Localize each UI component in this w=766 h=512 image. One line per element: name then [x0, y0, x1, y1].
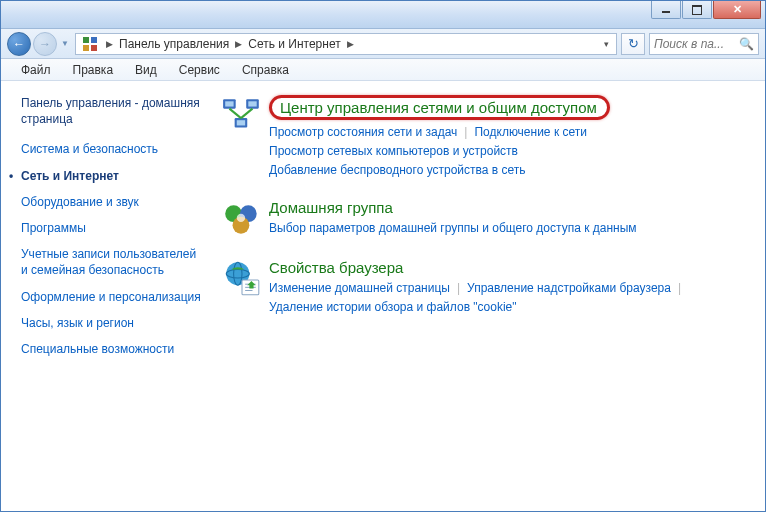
network-sharing-icon	[221, 95, 263, 137]
category-body: Центр управления сетями и общим доступом…	[269, 95, 751, 181]
link-view-status[interactable]: Просмотр состояния сети и задач	[269, 125, 457, 139]
menu-view[interactable]: Вид	[125, 61, 167, 79]
breadcrumb-current[interactable]: Сеть и Интернет	[246, 37, 342, 51]
nav-arrows: ← → ▼	[7, 32, 71, 56]
svg-rect-3	[91, 45, 97, 51]
homegroup-icon	[221, 199, 263, 241]
refresh-icon: ↻	[628, 36, 639, 51]
link-view-devices[interactable]: Просмотр сетевых компьютеров и устройств	[269, 144, 518, 158]
svg-rect-1	[91, 37, 97, 43]
sidebar-item-programs[interactable]: Программы	[21, 220, 205, 236]
body: Панель управления - домашняя страница Си…	[1, 81, 765, 511]
control-panel-icon	[82, 36, 98, 52]
sidebar-item-system[interactable]: Система и безопасность	[21, 141, 205, 157]
sublinks: Изменение домашней страницы|Управление н…	[269, 279, 751, 317]
sublinks: Выбор параметров домашней группы и общег…	[269, 219, 751, 238]
sidebar-item-ease[interactable]: Специальные возможности	[21, 341, 205, 357]
svg-rect-2	[83, 45, 89, 51]
address-bar-row: ← → ▼ ▶ Панель управления ▶ Сеть и Интер…	[1, 29, 765, 59]
window: ← → ▼ ▶ Панель управления ▶ Сеть и Интер…	[0, 0, 766, 512]
menubar: Файл Правка Вид Сервис Справка	[1, 59, 765, 81]
refresh-button[interactable]: ↻	[621, 33, 645, 55]
highlight-annotation: Центр управления сетями и общим доступом	[269, 95, 610, 120]
menu-file[interactable]: Файл	[11, 61, 61, 79]
link-delete-history[interactable]: Удаление истории обзора и файлов "cookie…	[269, 300, 517, 314]
back-arrow-icon: ←	[13, 37, 25, 51]
chevron-right-icon: ▶	[231, 39, 246, 49]
category-internet-options: Свойства браузера Изменение домашней стр…	[221, 259, 751, 317]
internet-options-icon	[221, 259, 263, 301]
sidebar-home-link[interactable]: Панель управления - домашняя страница	[21, 95, 205, 127]
minimize-button[interactable]	[651, 1, 681, 19]
separator: |	[457, 125, 474, 139]
close-button[interactable]	[713, 1, 761, 19]
link-homegroup-options[interactable]: Выбор параметров домашней группы и общег…	[269, 221, 637, 235]
svg-rect-0	[83, 37, 89, 43]
separator: |	[450, 281, 467, 295]
network-sharing-title[interactable]: Центр управления сетями и общим доступом	[269, 95, 751, 120]
sublinks: Просмотр состояния сети и задач|Подключе…	[269, 123, 751, 181]
address-dropdown[interactable]: ▾	[598, 39, 614, 49]
window-controls	[650, 1, 761, 19]
link-connect[interactable]: Подключение к сети	[474, 125, 586, 139]
back-button[interactable]: ←	[7, 32, 31, 56]
nav-history-dropdown[interactable]: ▼	[59, 34, 71, 54]
address-bar[interactable]: ▶ Панель управления ▶ Сеть и Интернет ▶ …	[75, 33, 617, 55]
breadcrumb-root[interactable]: Панель управления	[117, 37, 231, 51]
menu-tools[interactable]: Сервис	[169, 61, 230, 79]
link-add-wireless[interactable]: Добавление беспроводного устройства в се…	[269, 163, 526, 177]
chevron-right-icon: ▶	[102, 39, 117, 49]
link-manage-addons[interactable]: Управление надстройками браузера	[467, 281, 671, 295]
svg-rect-7	[248, 101, 256, 106]
maximize-button[interactable]	[682, 1, 712, 19]
category-network-sharing: Центр управления сетями и общим доступом…	[221, 95, 751, 181]
sidebar-item-appearance[interactable]: Оформление и персонализация	[21, 289, 205, 305]
sidebar-item-accounts[interactable]: Учетные записи пользователей и семейная …	[21, 246, 205, 278]
network-sharing-title-text: Центр управления сетями и общим доступом	[280, 99, 597, 116]
search-box[interactable]: 🔍	[649, 33, 759, 55]
link-change-homepage[interactable]: Изменение домашней страницы	[269, 281, 450, 295]
sidebar: Панель управления - домашняя страница Си…	[1, 81, 211, 511]
svg-point-15	[237, 213, 245, 221]
menu-edit[interactable]: Правка	[63, 61, 124, 79]
titlebar	[1, 1, 765, 29]
sidebar-item-clock[interactable]: Часы, язык и регион	[21, 315, 205, 331]
search-icon: 🔍	[739, 37, 754, 51]
category-body: Домашняя группа Выбор параметров домашне…	[269, 199, 751, 241]
category-homegroup: Домашняя группа Выбор параметров домашне…	[221, 199, 751, 241]
sidebar-item-network[interactable]: Сеть и Интернет	[21, 168, 205, 184]
internet-options-title[interactable]: Свойства браузера	[269, 259, 751, 276]
chevron-right-icon: ▶	[343, 39, 358, 49]
forward-arrow-icon: →	[39, 37, 51, 51]
svg-line-10	[229, 109, 241, 118]
svg-rect-9	[237, 120, 245, 125]
homegroup-title[interactable]: Домашняя группа	[269, 199, 751, 216]
svg-rect-5	[225, 101, 233, 106]
sidebar-item-hardware[interactable]: Оборудование и звук	[21, 194, 205, 210]
search-input[interactable]	[654, 37, 734, 51]
menu-help[interactable]: Справка	[232, 61, 299, 79]
svg-line-11	[241, 109, 253, 118]
category-body: Свойства браузера Изменение домашней стр…	[269, 259, 751, 317]
separator: |	[671, 281, 688, 295]
forward-button[interactable]: →	[33, 32, 57, 56]
content: Центр управления сетями и общим доступом…	[211, 81, 765, 511]
